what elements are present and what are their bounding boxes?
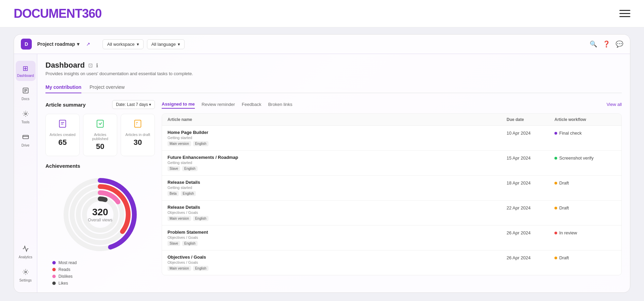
sidebar-label-tools: Tools — [22, 120, 29, 124]
sidebar-item-drive[interactable]: Drive — [16, 130, 36, 151]
tag-main-version-6: Main version — [167, 266, 191, 271]
workflow-label-3: Draft — [559, 180, 569, 186]
workflow-3: Draft — [554, 180, 616, 186]
right-panel: Assigned to me Review reminder Feedback … — [162, 100, 622, 286]
app-body: ⊞ Dashboard Docs Tools — [14, 54, 630, 292]
assigned-table: Article name Due date Article workflow H… — [162, 113, 622, 275]
article-tags-1: Main version English — [167, 141, 507, 146]
hamburger-line-3 — [619, 16, 630, 17]
language-dropdown[interactable]: All language ▾ — [147, 39, 185, 49]
table-row: Problem Statement Objectives / Goals Sla… — [162, 225, 621, 250]
articles-published-icon — [87, 119, 113, 131]
workflow-5: In review — [554, 230, 616, 235]
docs-icon — [22, 87, 29, 96]
sidebar-label-settings: Settings — [19, 278, 31, 282]
workflow-1: Final check — [554, 130, 616, 136]
table-row: Home Page Builder Getting started Main v… — [162, 126, 621, 151]
articles-created-icon — [49, 119, 76, 131]
stat-card-published: Articles published 50 — [83, 114, 117, 156]
sidebar-label-drive: Drive — [22, 143, 29, 147]
tag-main-version-4: Main version — [167, 216, 191, 221]
legend-dot-likes — [52, 282, 56, 285]
donut-label: Overall views — [88, 218, 112, 222]
legend-item-reads: Reads — [52, 267, 155, 272]
legend-label-reads: Reads — [58, 267, 70, 272]
logo: DOCUMENT360 — [14, 6, 102, 21]
articles-draft-icon — [124, 119, 151, 131]
tag-english-3: English — [181, 191, 196, 196]
tag-slave-5: Slave — [167, 241, 180, 246]
article-summary-title: Article summary — [45, 102, 86, 108]
date-filter-dropdown[interactable]: Date: Last 7 days ▾ — [112, 100, 155, 109]
article-tags-3: Beta English — [167, 191, 507, 196]
app-card: D Project roadmap ▾ ↗ All workspace ▾ Al… — [14, 34, 630, 293]
legend-dot-most-read — [52, 261, 56, 264]
workflow-dot-1 — [554, 132, 557, 135]
tag-beta-3: Beta — [167, 191, 179, 196]
legend-dot-reads — [52, 268, 56, 271]
table-row: Future Enhancements / Roadmap Getting st… — [162, 151, 621, 176]
workflow-label-5: In review — [559, 230, 577, 235]
sidebar-item-analytics[interactable]: Analytics — [16, 242, 36, 262]
tag-english-4: English — [193, 216, 209, 221]
sidebar-item-docs[interactable]: Docs — [16, 84, 36, 104]
due-date-4: 22 Apr 2024 — [507, 205, 554, 210]
external-link-icon[interactable]: ↗ — [86, 41, 90, 47]
project-name-dropdown[interactable]: Project roadmap ▾ — [37, 41, 79, 47]
article-cell-1: Home Page Builder Getting started Main v… — [167, 130, 507, 146]
workflow-dot-3 — [554, 182, 557, 184]
article-name-3: Release Details — [167, 180, 507, 185]
help-icon[interactable]: ❓ — [603, 40, 610, 48]
sub-tab-review[interactable]: Review reminder — [202, 100, 235, 108]
article-tags-4: Main version English — [167, 216, 507, 221]
drive-icon — [22, 134, 29, 142]
col-header-due-date: Due date — [507, 117, 554, 122]
article-tags-6: Main version English — [167, 266, 507, 271]
article-path-5: Objectives / Goals — [167, 235, 507, 240]
sub-tab-assigned[interactable]: Assigned to me — [162, 100, 195, 109]
sidebar-item-tools[interactable]: Tools — [16, 107, 36, 127]
sidebar-label-analytics: Analytics — [18, 255, 32, 259]
sidebar-item-settings[interactable]: Settings — [16, 265, 36, 286]
tag-english-5: English — [182, 241, 198, 246]
sidebar: ⊞ Dashboard Docs Tools — [14, 54, 37, 292]
article-name-1: Home Page Builder — [167, 130, 507, 135]
language-label: All language — [151, 42, 176, 47]
article-cell-5: Problem Statement Objectives / Goals Sla… — [167, 230, 507, 246]
workflow-dot-6 — [554, 257, 557, 259]
tab-project-overview[interactable]: Project overview — [90, 82, 125, 93]
workflow-dot-5 — [554, 232, 557, 234]
hamburger-menu[interactable] — [619, 10, 630, 17]
info-icon[interactable]: ℹ — [96, 62, 98, 69]
legend-label-most-read: Most read — [58, 260, 77, 265]
table-row: Objectives / Goals Objectives / Goals Ma… — [162, 250, 621, 275]
stat-card-draft: Articles in draft 30 — [121, 114, 155, 156]
article-path-4: Objectives / Goals — [167, 210, 507, 215]
tag-english-2: English — [182, 166, 198, 171]
article-name-6: Objectives / Goals — [167, 255, 507, 260]
search-icon[interactable]: 🔍 — [590, 40, 597, 48]
tab-my-contribution[interactable]: My contribution — [45, 82, 81, 93]
sub-tab-feedback[interactable]: Feedback — [242, 100, 261, 108]
layout-icon[interactable]: ⊡ — [88, 62, 93, 69]
stat-value-published: 50 — [87, 142, 113, 151]
main-wrapper: D Project roadmap ▾ ↗ All workspace ▾ Al… — [0, 27, 644, 301]
two-column-layout: Article summary Date: Last 7 days ▾ — [45, 100, 622, 286]
analytics-icon — [22, 245, 29, 254]
stat-card-created: Articles created 65 — [45, 114, 80, 156]
sidebar-item-dashboard[interactable]: ⊞ Dashboard — [16, 61, 36, 81]
tools-icon — [22, 110, 29, 119]
stat-label-published: Articles published — [87, 133, 113, 141]
workflow-dot-4 — [554, 207, 557, 209]
workspace-label: All workspace — [107, 42, 134, 47]
article-tags-5: Slave English — [167, 241, 507, 246]
view-all-link[interactable]: View all — [606, 102, 622, 107]
legend-dot-dislikes — [52, 275, 56, 278]
sub-tab-broken-links[interactable]: Broken links — [268, 100, 292, 108]
article-name-5: Problem Statement — [167, 230, 507, 235]
svg-rect-12 — [135, 120, 141, 127]
tag-main-version-1: Main version — [167, 141, 191, 146]
notification-icon[interactable]: 💬 — [616, 40, 623, 48]
workspace-dropdown[interactable]: All workspace ▾ — [103, 39, 143, 49]
workflow-label-2: Screenshot verify — [559, 155, 593, 161]
